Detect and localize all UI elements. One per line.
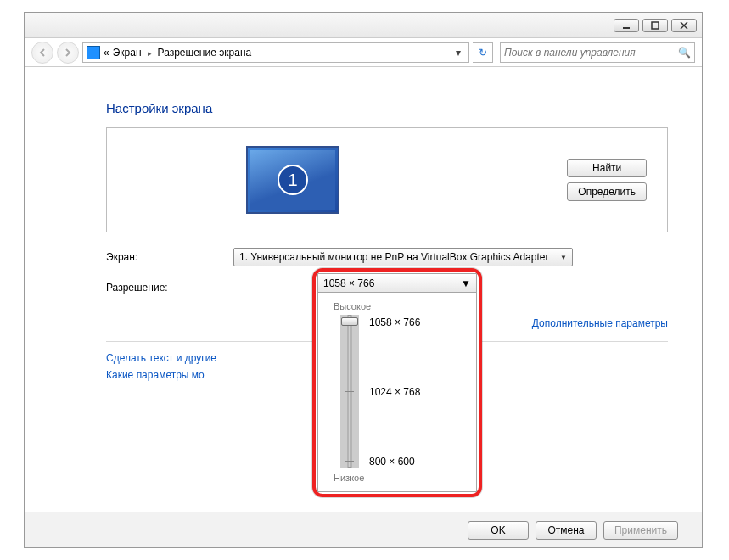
minimize-button[interactable] (614, 19, 639, 32)
slider-tick (345, 391, 354, 392)
address-bar[interactable]: « Экран Разрешение экрана ▾ (82, 42, 469, 63)
resolution-combo-value: 1058 × 766 (323, 277, 374, 289)
refresh-button[interactable]: ↻ (473, 42, 493, 63)
identify-button[interactable]: Определить (567, 182, 647, 201)
breadcrumb-sep (145, 47, 154, 59)
resolution-combo[interactable]: 1058 × 766 ▼ (318, 274, 476, 293)
resolution-label: Разрешение: (106, 282, 233, 294)
search-input[interactable] (504, 47, 678, 59)
screen-combo-value: 1. Универсальный монитор не PnP на Virtu… (239, 251, 548, 263)
breadcrumb-prefix: « (104, 47, 109, 59)
apply-button[interactable]: Применить (603, 521, 678, 540)
titlebar (25, 13, 702, 38)
page-title: Настройки экрана (106, 101, 668, 115)
slider-low-label: Низкое (334, 473, 464, 483)
slider-tick (345, 461, 354, 462)
control-panel-icon (87, 46, 100, 59)
slider-option: 800 × 600 (369, 456, 415, 468)
navbar: « Экран Разрешение экрана ▾ ↻ 🔍 (25, 38, 702, 67)
breadcrumb-item[interactable]: Экран (113, 47, 142, 59)
slider-thumb[interactable] (341, 317, 358, 326)
ok-button[interactable]: OK (468, 521, 529, 540)
find-button[interactable]: Найти (567, 159, 647, 177)
search-icon[interactable]: 🔍 (678, 47, 691, 59)
resolution-slider-track[interactable] (340, 315, 359, 468)
slider-high-label: Высокое (334, 301, 464, 311)
slider-option: 1058 × 766 (369, 316, 420, 328)
monitor-thumb[interactable]: 1 (246, 146, 339, 214)
svg-rect-1 (652, 22, 659, 29)
screen-combo[interactable]: 1. Универсальный монитор не PnP на Virtu… (233, 248, 573, 266)
resolution-slider-popup: 1058 × 766 ▼ Высокое 1058 × 766 1024 × 7… (312, 268, 482, 497)
slider-option: 1024 × 768 (369, 386, 420, 398)
chevron-down-icon: ▼ (560, 254, 567, 261)
maximize-button[interactable] (642, 19, 668, 32)
screen-label: Экран: (106, 251, 233, 263)
search-box[interactable]: 🔍 (500, 42, 695, 63)
forward-button[interactable] (57, 42, 79, 64)
screen-row: Экран: 1. Универсальный монитор не PnP н… (106, 248, 668, 266)
dialog-footer: OK Отмена Применить (25, 512, 702, 547)
monitor-number: 1 (278, 165, 308, 195)
display-preview-box: 1 Найти Определить (106, 127, 668, 232)
chevron-down-icon: ▼ (461, 277, 471, 289)
close-button[interactable] (671, 19, 697, 32)
breadcrumb-item[interactable]: Разрешение экрана (158, 47, 252, 59)
back-button[interactable] (31, 42, 53, 64)
cancel-button[interactable]: Отмена (536, 521, 597, 540)
address-dropdown-icon[interactable]: ▾ (451, 47, 465, 59)
